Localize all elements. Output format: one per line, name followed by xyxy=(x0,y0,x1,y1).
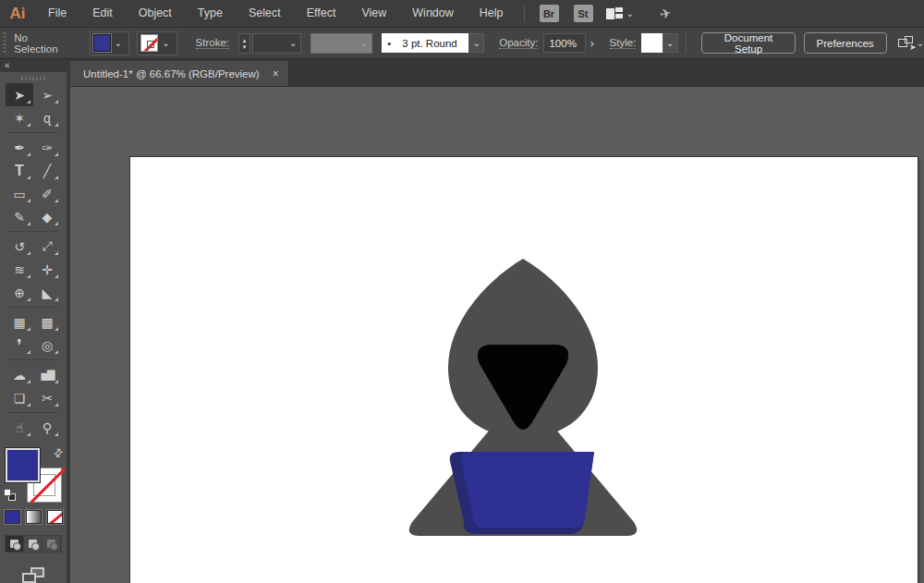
curvature-icon: ✑ xyxy=(42,140,53,155)
opacity-label[interactable]: Opacity: xyxy=(499,37,538,49)
style-dropdown[interactable] xyxy=(641,33,662,53)
panel-grip[interactable] xyxy=(21,77,45,80)
opacity-input[interactable]: 100% xyxy=(543,33,585,53)
menu-object[interactable]: Object xyxy=(126,0,185,27)
arrange-documents-icon[interactable]: ⌄ xyxy=(606,7,634,20)
line-icon: ╱ xyxy=(43,164,51,178)
stroke-weight-stepper[interactable]: ▴ ▾ xyxy=(238,33,250,54)
width-icon: ≋ xyxy=(14,262,25,277)
arrange-rect xyxy=(606,8,614,19)
stroke-weight-dropdown[interactable]: ⌄ xyxy=(252,33,301,54)
draw-inside-icon xyxy=(47,540,55,548)
rectangle-tool[interactable]: ▭ xyxy=(6,182,33,205)
menu-file[interactable]: File xyxy=(35,0,79,27)
stock-icon[interactable]: St xyxy=(574,5,593,22)
swap-fill-stroke-icon[interactable]: ⇄ xyxy=(50,444,66,460)
selection-options-icon[interactable]: ➤ xyxy=(898,39,913,47)
perspective-grid-tool[interactable]: ◣ xyxy=(33,281,61,304)
hand-icon: ☝ xyxy=(16,420,24,435)
style-label[interactable]: Style: xyxy=(610,37,637,49)
menu-help[interactable]: Help xyxy=(467,0,517,27)
type-tool[interactable]: T xyxy=(6,159,33,182)
gpu-performance-icon[interactable]: ✈ xyxy=(658,4,673,22)
gradient-button[interactable] xyxy=(26,510,42,524)
curvature-tool[interactable]: ✑ xyxy=(33,136,61,159)
hand-tool[interactable]: ☝ xyxy=(6,416,33,439)
chevron-down-icon: ⌄ xyxy=(158,38,173,48)
symbol-sprayer-tool[interactable]: ☁ xyxy=(6,363,33,386)
fill-swatch[interactable] xyxy=(6,448,40,482)
default-fill-stroke-icon[interactable] xyxy=(4,489,16,501)
shape-builder-tool[interactable]: ⊕ xyxy=(6,281,33,304)
artboard-tool[interactable]: ❏ xyxy=(6,386,33,409)
stepper-up-icon[interactable]: ▴ xyxy=(243,37,247,43)
menu-type[interactable]: Type xyxy=(185,0,236,27)
shaper-tool[interactable]: ✎ xyxy=(6,205,33,228)
eyedropper-tool[interactable]: ❜ xyxy=(6,334,33,357)
color-button[interactable] xyxy=(5,510,20,524)
stroke-none-swatch[interactable] xyxy=(140,34,158,52)
change-screen-mode-button[interactable] xyxy=(22,567,44,583)
document-tab[interactable]: Untitled-1* @ 66.67% (RGB/Preview) × xyxy=(70,61,289,86)
zoom-tool[interactable]: ⚲ xyxy=(33,416,61,439)
stroke-color-dropdown[interactable]: ⌄ xyxy=(137,31,176,55)
rotate-tool[interactable]: ↺ xyxy=(6,235,33,258)
shape-builder-icon: ⊕ xyxy=(14,285,25,300)
mini-swatch xyxy=(4,489,11,496)
draw-behind-button[interactable] xyxy=(24,536,43,552)
zoom-icon: ⚲ xyxy=(43,420,52,435)
opacity-expand-button[interactable]: › xyxy=(586,33,599,53)
lasso-tool[interactable]: ɋ xyxy=(33,106,61,129)
puppet-warp-tool[interactable]: ✛ xyxy=(33,258,61,281)
menu-select[interactable]: Select xyxy=(236,0,294,27)
brush-definition-dropdown[interactable]: • 3 pt. Round xyxy=(382,33,468,53)
scale-tool[interactable]: ⤢ xyxy=(33,235,61,258)
bridge-icon[interactable]: Br xyxy=(540,5,559,22)
line-segment-tool[interactable]: ╱ xyxy=(33,159,61,182)
gradient-tool[interactable]: ▩ xyxy=(33,310,61,334)
magic-wand-tool[interactable]: ✶ xyxy=(6,106,33,129)
collapse-panel-icon[interactable]: « xyxy=(0,59,67,72)
mesh-icon: ▦ xyxy=(13,315,25,330)
workspace: « ➤ ➢ ✶ ɋ ✒ ✑ T ╱ ▭ ✐ ✎ ◆ ↺ ⤢ ≋ ✛ ⊕ ◣ ▦ … xyxy=(0,59,924,583)
selection-tool-icon: ➤ xyxy=(14,88,25,103)
none-button[interactable] xyxy=(47,510,63,524)
preferences-button[interactable]: Preferences xyxy=(804,32,887,54)
artboard-icon: ❏ xyxy=(14,391,26,406)
canvas[interactable] xyxy=(70,87,924,583)
draw-behind-icon xyxy=(29,540,37,548)
variable-width-profile-dropdown: ⌄ xyxy=(310,33,372,54)
draw-inside-button[interactable] xyxy=(43,536,61,552)
slice-tool[interactable]: ✂ xyxy=(33,386,61,409)
mesh-tool[interactable]: ▦ xyxy=(6,310,33,334)
control-bar: No Selection ⌄ ⌄ Stroke: ▴ ▾ ⌄ ⌄ • 3 pt.… xyxy=(0,28,924,59)
width-tool[interactable]: ≋ xyxy=(6,258,33,281)
style-chevron[interactable]: ⌄ xyxy=(663,33,678,53)
stroke-label[interactable]: Stroke: xyxy=(196,37,229,49)
direct-selection-tool[interactable]: ➢ xyxy=(33,83,61,106)
arrange-rect xyxy=(615,7,623,12)
menu-view[interactable]: View xyxy=(348,0,399,27)
menu-effect[interactable]: Effect xyxy=(294,0,349,27)
document-setup-button[interactable]: Document Setup xyxy=(701,32,795,54)
menu-edit[interactable]: Edit xyxy=(79,0,126,27)
draw-normal-button[interactable] xyxy=(6,536,24,552)
pen-tool[interactable]: ✒ xyxy=(6,136,33,159)
brush-definition-chevron[interactable]: ⌄ xyxy=(468,33,484,53)
fill-color-swatch[interactable] xyxy=(93,34,111,52)
eraser-tool[interactable]: ◆ xyxy=(33,205,61,228)
column-graph-tool[interactable]: ▅▇ xyxy=(33,363,61,386)
artboard[interactable] xyxy=(130,157,918,583)
panel-grip[interactable] xyxy=(3,32,6,55)
fill-color-dropdown[interactable]: ⌄ xyxy=(90,31,129,55)
selection-tool[interactable]: ➤ xyxy=(6,83,33,106)
menu-window[interactable]: Window xyxy=(399,0,466,27)
tool-grid: ➤ ➢ ✶ ɋ ✒ ✑ T ╱ ▭ ✐ ✎ ◆ ↺ ⤢ ≋ ✛ ⊕ ◣ ▦ ▩ … xyxy=(6,83,61,439)
paintbrush-tool[interactable]: ✐ xyxy=(33,182,61,205)
puppet-warp-icon: ✛ xyxy=(42,262,53,277)
blend-tool[interactable]: ◎ xyxy=(33,334,61,357)
stepper-down-icon[interactable]: ▾ xyxy=(243,43,247,50)
brush-preview-dot: • xyxy=(387,38,391,49)
close-tab-icon[interactable]: × xyxy=(273,67,279,80)
laptop-shape[interactable] xyxy=(461,452,594,528)
